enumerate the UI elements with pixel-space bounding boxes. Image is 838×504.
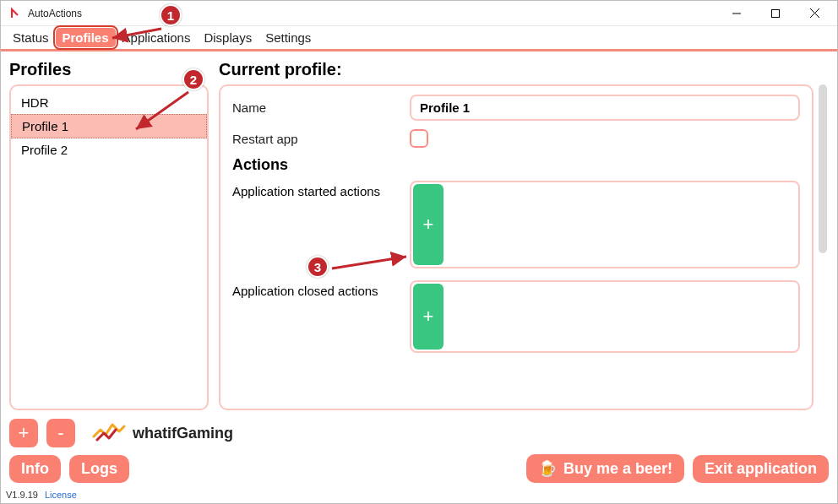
close-button[interactable] <box>795 2 834 25</box>
app-title: AutoActions <box>28 8 82 19</box>
buy-beer-button[interactable]: 🍺 Buy me a beer! <box>526 454 684 483</box>
tab-displays[interactable]: Displays <box>197 28 258 47</box>
version-text: V1.9.19 <box>6 490 38 500</box>
tab-profiles[interactable]: Profiles <box>56 28 116 47</box>
restart-label: Restart app <box>232 132 410 146</box>
scrollbar[interactable] <box>819 84 827 410</box>
svg-rect-1 <box>772 9 780 17</box>
profile-item[interactable]: HDR <box>11 91 207 114</box>
remove-profile-button[interactable]: - <box>46 419 75 447</box>
name-label: Name <box>232 100 410 115</box>
tab-applications[interactable]: Applications <box>116 28 198 47</box>
profiles-list: HDR Profile 1 Profile 2 <box>9 84 209 410</box>
current-profile-heading: Current profile: <box>219 60 829 79</box>
exit-button[interactable]: Exit application <box>693 455 829 483</box>
beer-icon: 🍺 <box>538 459 557 478</box>
info-button[interactable]: Info <box>9 455 61 483</box>
brand-logo: whatifGaming <box>92 421 233 445</box>
app-icon <box>9 7 23 20</box>
profile-item[interactable]: Profile 2 <box>11 138 207 161</box>
add-started-action-button[interactable]: + <box>413 184 443 265</box>
license-link[interactable]: License <box>45 490 77 500</box>
actions-heading: Actions <box>232 156 800 174</box>
brand-text: whatifGaming <box>133 425 233 442</box>
started-actions-label: Application started actions <box>232 181 410 198</box>
profile-item[interactable]: Profile 1 <box>11 114 207 138</box>
tab-settings[interactable]: Settings <box>258 28 318 47</box>
menubar: Status Profiles Applications Displays Se… <box>1 26 837 51</box>
statusbar: V1.9.19 License <box>1 486 837 503</box>
profile-name-input[interactable] <box>410 95 800 121</box>
started-actions-box: + <box>410 181 800 268</box>
scrollbar-thumb[interactable] <box>819 84 827 253</box>
closed-actions-box: + <box>410 280 800 353</box>
profiles-heading: Profiles <box>9 60 209 79</box>
add-closed-action-button[interactable]: + <box>413 284 443 350</box>
current-profile-panel: Name Restart app Actions Application sta… <box>219 84 814 410</box>
titlebar: AutoActions <box>1 1 837 26</box>
closed-actions-label: Application closed actions <box>232 280 410 298</box>
restart-checkbox[interactable] <box>410 129 428 148</box>
tab-status[interactable]: Status <box>6 28 56 47</box>
add-profile-button[interactable]: + <box>9 419 38 447</box>
logs-button[interactable]: Logs <box>69 455 129 483</box>
maximize-button[interactable] <box>756 2 795 25</box>
minimize-button[interactable] <box>717 2 756 25</box>
